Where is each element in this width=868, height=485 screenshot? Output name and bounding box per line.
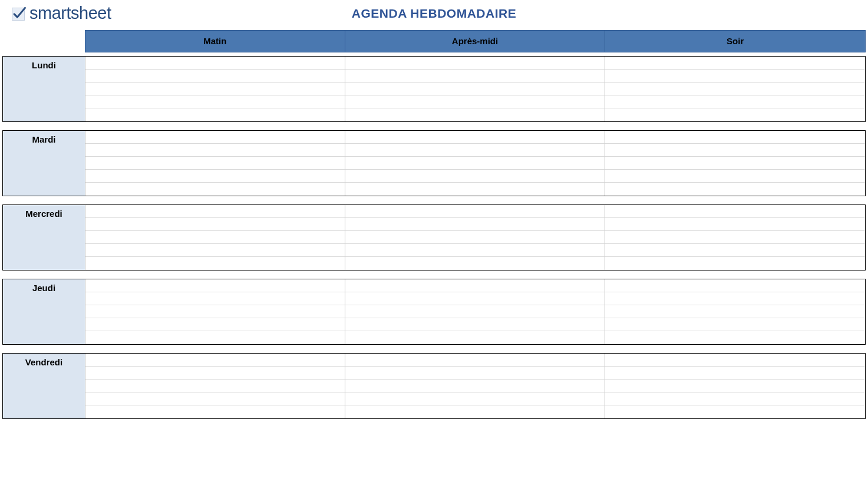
agenda-cell[interactable] bbox=[85, 392, 345, 405]
agenda-cell[interactable] bbox=[345, 157, 605, 170]
agenda-cell[interactable] bbox=[345, 144, 605, 157]
agenda-cell[interactable] bbox=[85, 170, 345, 183]
day-block: Vendredi bbox=[2, 353, 866, 419]
agenda-cell[interactable] bbox=[85, 205, 345, 218]
agenda-cell[interactable] bbox=[605, 244, 865, 257]
agenda-cell[interactable] bbox=[605, 218, 865, 231]
brand-logo: smartsheet bbox=[11, 4, 111, 23]
agenda-cell[interactable] bbox=[85, 95, 345, 108]
agenda-cell[interactable] bbox=[605, 380, 865, 392]
agenda-cell[interactable] bbox=[85, 279, 345, 292]
agenda-cell[interactable] bbox=[85, 331, 345, 344]
agenda-sheet: Matin Après-midi Soir LundiMardiMercredi… bbox=[0, 30, 868, 419]
agenda-cell[interactable] bbox=[605, 292, 865, 305]
agenda-cell[interactable] bbox=[605, 257, 865, 270]
agenda-cell[interactable] bbox=[345, 305, 605, 318]
agenda-cell[interactable] bbox=[345, 367, 605, 380]
header-spacer bbox=[2, 30, 85, 52]
agenda-cell[interactable] bbox=[85, 380, 345, 392]
day-label: Lundi bbox=[3, 57, 85, 121]
agenda-cell[interactable] bbox=[345, 131, 605, 144]
agenda-cell[interactable] bbox=[85, 144, 345, 157]
col-header-matin: Matin bbox=[85, 30, 345, 52]
agenda-cell[interactable] bbox=[85, 231, 345, 244]
agenda-cell[interactable] bbox=[345, 170, 605, 183]
agenda-cell[interactable] bbox=[345, 318, 605, 331]
agenda-cell[interactable] bbox=[85, 70, 345, 83]
agenda-cell[interactable] bbox=[605, 367, 865, 380]
agenda-cell[interactable] bbox=[345, 405, 605, 418]
col-header-apresmidi: Après-midi bbox=[345, 30, 606, 52]
agenda-cell[interactable] bbox=[345, 231, 605, 244]
agenda-cell[interactable] bbox=[345, 279, 605, 292]
agenda-cell[interactable] bbox=[605, 279, 865, 292]
agenda-cell[interactable] bbox=[605, 318, 865, 331]
agenda-cell[interactable] bbox=[85, 244, 345, 257]
agenda-cell[interactable] bbox=[605, 57, 865, 70]
day-block: Lundi bbox=[2, 56, 866, 122]
agenda-cell[interactable] bbox=[345, 57, 605, 70]
agenda-cell[interactable] bbox=[345, 244, 605, 257]
agenda-cell[interactable] bbox=[605, 157, 865, 170]
agenda-cell[interactable] bbox=[605, 331, 865, 344]
agenda-cell[interactable] bbox=[605, 144, 865, 157]
agenda-cell[interactable] bbox=[345, 205, 605, 218]
agenda-cell[interactable] bbox=[345, 354, 605, 367]
agenda-cell[interactable] bbox=[345, 380, 605, 392]
agenda-cell[interactable] bbox=[605, 231, 865, 244]
day-label: Jeudi bbox=[3, 279, 85, 344]
agenda-cell[interactable] bbox=[605, 392, 865, 405]
agenda-cell[interactable] bbox=[345, 183, 605, 196]
agenda-cell[interactable] bbox=[345, 392, 605, 405]
agenda-cell[interactable] bbox=[85, 405, 345, 418]
brand-name: smartsheet bbox=[29, 4, 111, 23]
agenda-cell[interactable] bbox=[605, 108, 865, 121]
agenda-cell[interactable] bbox=[85, 57, 345, 70]
agenda-cell[interactable] bbox=[605, 70, 865, 83]
column-header-row: Matin Après-midi Soir bbox=[2, 30, 866, 52]
agenda-cell[interactable] bbox=[345, 70, 605, 83]
agenda-cell[interactable] bbox=[85, 367, 345, 380]
agenda-cell[interactable] bbox=[605, 131, 865, 144]
page-title: AGENDA HEBDOMADAIRE bbox=[352, 6, 516, 21]
agenda-cell[interactable] bbox=[85, 318, 345, 331]
checkmark-icon bbox=[11, 5, 27, 22]
agenda-cell[interactable] bbox=[85, 218, 345, 231]
agenda-cell[interactable] bbox=[345, 257, 605, 270]
agenda-cell[interactable] bbox=[605, 405, 865, 418]
agenda-cell[interactable] bbox=[605, 305, 865, 318]
agenda-cell[interactable] bbox=[345, 292, 605, 305]
day-label: Mardi bbox=[3, 131, 85, 196]
page-header: smartsheet AGENDA HEBDOMADAIRE bbox=[0, 0, 868, 30]
day-label: Vendredi bbox=[3, 354, 85, 418]
agenda-cell[interactable] bbox=[345, 108, 605, 121]
day-block: Mercredi bbox=[2, 204, 866, 270]
agenda-cell[interactable] bbox=[345, 218, 605, 231]
agenda-cell[interactable] bbox=[85, 257, 345, 270]
agenda-cell[interactable] bbox=[85, 292, 345, 305]
agenda-cell[interactable] bbox=[605, 205, 865, 218]
day-block: Jeudi bbox=[2, 279, 866, 345]
agenda-cell[interactable] bbox=[85, 305, 345, 318]
agenda-cell[interactable] bbox=[345, 331, 605, 344]
agenda-cell[interactable] bbox=[345, 83, 605, 95]
agenda-cell[interactable] bbox=[605, 95, 865, 108]
agenda-cell[interactable] bbox=[345, 95, 605, 108]
agenda-cell[interactable] bbox=[85, 83, 345, 95]
col-header-soir: Soir bbox=[605, 30, 866, 52]
day-label: Mercredi bbox=[3, 205, 85, 270]
agenda-cell[interactable] bbox=[605, 83, 865, 95]
agenda-cell[interactable] bbox=[605, 354, 865, 367]
agenda-cell[interactable] bbox=[85, 108, 345, 121]
agenda-cell[interactable] bbox=[85, 157, 345, 170]
agenda-cell[interactable] bbox=[605, 170, 865, 183]
day-block: Mardi bbox=[2, 130, 866, 196]
agenda-cell[interactable] bbox=[85, 183, 345, 196]
agenda-cell[interactable] bbox=[85, 354, 345, 367]
agenda-cell[interactable] bbox=[85, 131, 345, 144]
agenda-cell[interactable] bbox=[605, 183, 865, 196]
